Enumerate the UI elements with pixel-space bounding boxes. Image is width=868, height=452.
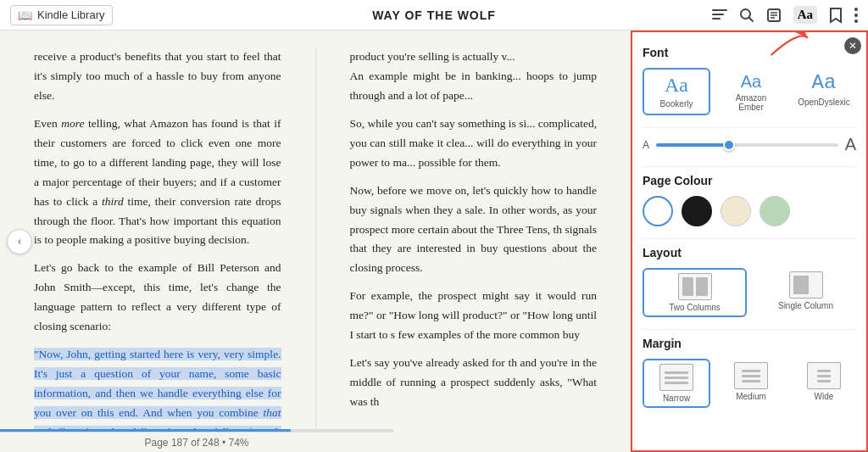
colour-option-black[interactable] bbox=[682, 196, 712, 226]
font-size-row: A A bbox=[643, 135, 856, 154]
single-column-label: Single Column bbox=[778, 301, 833, 310]
open-dyslexic-name: OpenDyslexic bbox=[798, 98, 850, 107]
notes-icon[interactable] bbox=[766, 8, 782, 23]
font-settings-button[interactable]: Aa bbox=[793, 6, 817, 24]
topbar: 📖 Kindle Library WAY OF THE WOLF bbox=[0, 0, 868, 31]
font-option-amazon-ember[interactable]: Aa Amazon Ember bbox=[719, 68, 783, 115]
topbar-right-icons: Aa bbox=[712, 6, 858, 24]
prev-page-button[interactable]: ‹ bbox=[7, 229, 32, 254]
page-colour-options bbox=[643, 196, 856, 226]
svg-point-10 bbox=[854, 14, 858, 17]
col-2 bbox=[696, 277, 708, 296]
font-option-open-dyslexic[interactable]: Aa OpenDyslexic bbox=[792, 68, 856, 115]
r-paragraph-4: For example, the prospect might say it w… bbox=[350, 287, 598, 345]
layout-section-title: Layout bbox=[643, 246, 856, 259]
font-section-title: Font bbox=[643, 46, 856, 59]
open-dyslexic-letter: Aa bbox=[812, 71, 837, 96]
paragraph-2: Even more telling, what Amazon has found… bbox=[34, 114, 281, 251]
page-info-bar: Page 187 of 248 • 74% bbox=[0, 432, 393, 452]
wide-margin-label: Wide bbox=[815, 392, 834, 401]
amazon-ember-letter: Aa bbox=[741, 71, 761, 92]
r-paragraph-2: So, while you can't say something is si.… bbox=[350, 114, 598, 173]
panel-close-button[interactable]: ✕ bbox=[844, 37, 861, 54]
kindle-library-button[interactable]: 📖 Kindle Library bbox=[10, 5, 113, 25]
amazon-ember-name: Amazon Ember bbox=[722, 93, 780, 112]
kindle-icon: 📖 bbox=[18, 8, 32, 22]
page-colour-title: Page Colour bbox=[643, 174, 856, 187]
col-1 bbox=[682, 277, 694, 296]
single-column-icon bbox=[789, 271, 823, 299]
font-option-bookerly[interactable]: Aa Bookerly bbox=[643, 68, 710, 115]
font-size-max-label: A bbox=[845, 135, 856, 154]
two-columns-label: Two Columns bbox=[669, 303, 721, 312]
medium-margin-label: Medium bbox=[736, 392, 766, 401]
bookerly-name: Bookerly bbox=[660, 99, 693, 109]
paragraph-3: Let's go back to the example of Bill Pet… bbox=[34, 259, 281, 337]
r-paragraph-5: Let's say you've already asked for th an… bbox=[350, 354, 598, 412]
font-size-min-label: A bbox=[643, 139, 649, 151]
divider-4 bbox=[643, 329, 856, 330]
svg-line-4 bbox=[748, 17, 753, 21]
menu-icon[interactable] bbox=[712, 9, 727, 21]
colour-option-white[interactable] bbox=[643, 196, 673, 226]
svg-point-11 bbox=[854, 20, 858, 23]
r-paragraph-1: product you're selling is actually v...A… bbox=[350, 47, 598, 106]
colour-option-sepia[interactable] bbox=[721, 196, 751, 226]
bookerly-letter: Aa bbox=[665, 73, 688, 98]
svg-point-9 bbox=[854, 8, 858, 11]
font-size-slider-track bbox=[656, 143, 838, 147]
book-area: ‹ receive a product's benefits that you … bbox=[0, 31, 631, 452]
divider-1 bbox=[643, 127, 856, 128]
svg-rect-0 bbox=[712, 9, 727, 11]
right-page-column: product you're selling is actually v...A… bbox=[316, 31, 632, 452]
svg-rect-1 bbox=[712, 14, 724, 15]
single-col bbox=[793, 276, 809, 294]
margin-wide[interactable]: Wide bbox=[792, 359, 856, 408]
font-options-list: Aa Bookerly Aa Amazon Ember Aa OpenDysle… bbox=[643, 68, 856, 115]
layout-options-list: Two Columns Single Column bbox=[643, 268, 856, 317]
book-title: WAY OF THE WOLF bbox=[372, 8, 496, 22]
layout-single-column[interactable]: Single Column bbox=[755, 268, 856, 317]
medium-margin-icon bbox=[734, 362, 768, 389]
main-content: ‹ receive a product's benefits that you … bbox=[0, 31, 868, 452]
layout-two-columns[interactable]: Two Columns bbox=[643, 268, 747, 317]
font-settings-panel: ✕ Font Aa Bookerly Aa Amazon Ember Aa Op… bbox=[631, 31, 868, 452]
wide-margin-icon bbox=[807, 362, 841, 389]
page-info-text: Page 187 of 248 • 74% bbox=[145, 437, 249, 449]
r-paragraph-3: Now, before we move on, let's quickly ho… bbox=[350, 181, 598, 279]
search-icon[interactable] bbox=[739, 8, 754, 23]
margin-narrow[interactable]: Narrow bbox=[643, 359, 710, 408]
narrow-margin-icon bbox=[659, 364, 693, 391]
colour-option-green[interactable] bbox=[760, 196, 790, 226]
more-options-icon[interactable] bbox=[854, 8, 858, 23]
paragraph-1: receive a product's benefits that you st… bbox=[34, 47, 281, 106]
left-page-column: receive a product's benefits that you st… bbox=[0, 31, 315, 452]
margin-section-title: Margin bbox=[643, 337, 856, 350]
margin-medium[interactable]: Medium bbox=[719, 359, 783, 408]
narrow-margin-label: Narrow bbox=[663, 393, 690, 403]
bookmark-icon[interactable] bbox=[829, 7, 843, 24]
margin-options-list: Narrow Medium Wide bbox=[643, 359, 856, 408]
divider-2 bbox=[643, 166, 856, 167]
two-columns-icon bbox=[678, 273, 712, 300]
svg-rect-2 bbox=[712, 18, 721, 20]
kindle-library-label: Kindle Library bbox=[37, 8, 105, 21]
divider-3 bbox=[643, 238, 856, 239]
